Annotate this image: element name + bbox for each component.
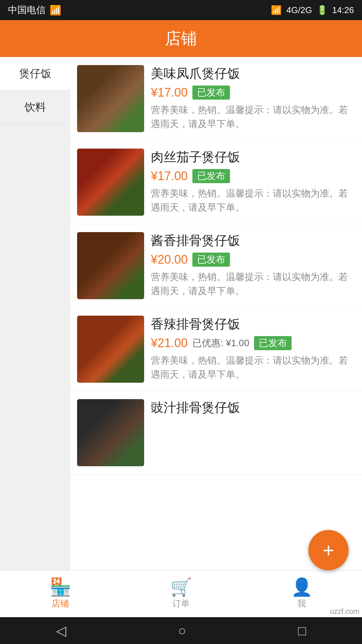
nav-item-orders[interactable]: 🛒 订单 <box>121 571 241 617</box>
plus-icon: + <box>322 539 334 562</box>
food-name-4: 香辣排骨煲仔饭 <box>151 316 355 333</box>
header: 店铺 <box>0 20 362 57</box>
signal-label: 4G/2G <box>286 5 312 15</box>
food-desc-1: 营养美味，热销。温馨提示：请以实物为准。若遇雨天，请及早下单。 <box>151 103 355 131</box>
sidebar-item-claypot[interactable]: 煲仔饭 <box>0 57 70 91</box>
food-badge-1: 已发布 <box>192 86 230 100</box>
food-price-row-2: ¥17.00 已发布 <box>151 169 355 183</box>
nav-label-shop: 店铺 <box>52 598 69 609</box>
food-info-2: 肉丝茄子煲仔饭 ¥17.00 已发布 营养美味，热销。温馨提示：请以实物为准。若… <box>151 149 355 216</box>
food-discount-4: 已优惠: ¥1.00 <box>192 337 249 350</box>
system-nav-bar: ◁ ○ □ <box>0 617 362 644</box>
food-info-3: 酱香排骨煲仔饭 ¥20.00 已发布 营养美味，热销。温馨提示：请以实物为准。若… <box>151 232 355 299</box>
food-price-2: ¥17.00 <box>151 169 188 183</box>
food-desc-4: 营养美味，热销。温馨提示：请以实物为准。若遇雨天，请及早下单。 <box>151 354 355 382</box>
food-info-4: 香辣排骨煲仔饭 ¥21.00 已优惠: ¥1.00 已发布 营养美味，热销。温馨… <box>151 316 355 383</box>
food-image-3 <box>77 232 144 299</box>
nav-label-me: 我 <box>297 598 306 609</box>
sidebar-item-label-claypot: 煲仔饭 <box>19 66 51 81</box>
food-info-1: 美味凤爪煲仔饭 ¥17.00 已发布 营养美味，热销。温馨提示：请以实物为准。若… <box>151 65 355 132</box>
food-item-3[interactable]: 酱香排骨煲仔饭 ¥20.00 已发布 营养美味，热销。温馨提示：请以实物为准。若… <box>70 224 362 308</box>
food-name-3: 酱香排骨煲仔饭 <box>151 232 355 249</box>
carrier-label: 中国电信 <box>8 4 46 16</box>
nav-label-orders: 订单 <box>172 598 190 609</box>
food-item-5[interactable]: 豉汁排骨煲仔饭 <box>70 391 362 475</box>
food-image-5 <box>77 399 144 466</box>
main-content: 煲仔饭 饮料 美味凤爪煲仔饭 ¥17.00 已发布 营养美味，热销。温馨提示：请… <box>0 57 362 570</box>
time-label: 14:26 <box>332 5 354 15</box>
food-image-1 <box>77 65 144 132</box>
food-badge-3: 已发布 <box>192 253 230 267</box>
food-name-1: 美味凤爪煲仔饭 <box>151 65 355 82</box>
add-fab-button[interactable]: + <box>308 530 349 570</box>
sidebar: 煲仔饭 饮料 <box>0 57 70 570</box>
status-left: 中国电信 📶 <box>8 4 61 16</box>
user-icon: 👤 <box>291 578 313 596</box>
cart-icon: 🛒 <box>170 578 192 596</box>
bottom-nav: 🏪 店铺 🛒 订单 👤 我 <box>0 570 362 617</box>
carrier-icon: 📶 <box>50 5 61 16</box>
recent-button[interactable]: □ <box>288 620 316 642</box>
food-price-1: ¥17.00 <box>151 86 188 100</box>
food-desc-2: 营养美味，热销。温馨提示：请以实物为准。若遇雨天，请及早下单。 <box>151 186 355 215</box>
home-button[interactable]: ○ <box>168 620 196 642</box>
page-title: 店铺 <box>165 28 197 49</box>
food-info-5: 豉汁排骨煲仔饭 <box>151 399 355 466</box>
food-item-1[interactable]: 美味凤爪煲仔饭 ¥17.00 已发布 营养美味，热销。温馨提示：请以实物为准。若… <box>70 57 362 141</box>
food-price-3: ¥20.00 <box>151 253 188 267</box>
battery-icon: 🔋 <box>317 5 327 15</box>
food-image-4 <box>77 316 144 383</box>
watermark: uzzf.com <box>327 606 362 616</box>
food-name-2: 肉丝茄子煲仔饭 <box>151 149 355 166</box>
status-bar: 中国电信 📶 📶 4G/2G 🔋 14:26 <box>0 0 362 20</box>
food-price-row-1: ¥17.00 已发布 <box>151 86 355 100</box>
wifi-icon: 📶 <box>271 5 282 15</box>
food-item-4[interactable]: 香辣排骨煲仔饭 ¥21.00 已优惠: ¥1.00 已发布 营养美味，热销。温馨… <box>70 308 362 391</box>
food-item-2[interactable]: 肉丝茄子煲仔饭 ¥17.00 已发布 营养美味，热销。温馨提示：请以实物为准。若… <box>70 141 362 224</box>
shop-icon: 🏪 <box>50 578 71 596</box>
food-desc-3: 营养美味，热销。温馨提示：请以实物为准。若遇雨天，请及早下单。 <box>151 270 355 298</box>
food-image-2 <box>77 149 144 216</box>
food-badge-4: 已发布 <box>254 336 292 350</box>
food-price-row-3: ¥20.00 已发布 <box>151 253 355 267</box>
food-name-5: 豉汁排骨煲仔饭 <box>151 399 355 416</box>
sidebar-item-drinks[interactable]: 饮料 <box>0 91 70 124</box>
sidebar-item-label-drinks: 饮料 <box>24 100 46 115</box>
back-button[interactable]: ◁ <box>46 620 76 642</box>
food-list: 美味凤爪煲仔饭 ¥17.00 已发布 营养美味，热销。温馨提示：请以实物为准。若… <box>70 57 362 570</box>
food-price-4: ¥21.00 <box>151 336 188 350</box>
food-badge-2: 已发布 <box>192 169 230 183</box>
status-right: 📶 4G/2G 🔋 14:26 <box>271 5 354 15</box>
nav-item-shop[interactable]: 🏪 店铺 <box>0 571 121 617</box>
food-price-row-4: ¥21.00 已优惠: ¥1.00 已发布 <box>151 336 355 350</box>
